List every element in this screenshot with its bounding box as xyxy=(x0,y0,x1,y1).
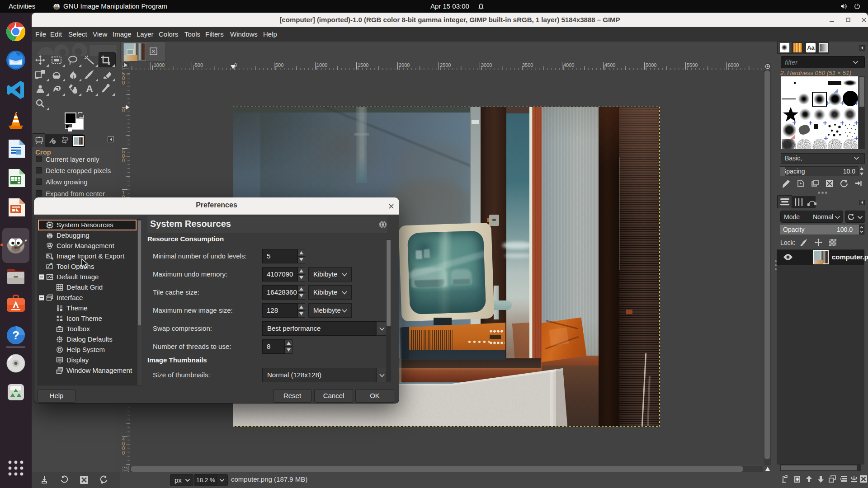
svg-text:A: A xyxy=(86,84,93,94)
svg-text:?: ? xyxy=(12,328,19,342)
